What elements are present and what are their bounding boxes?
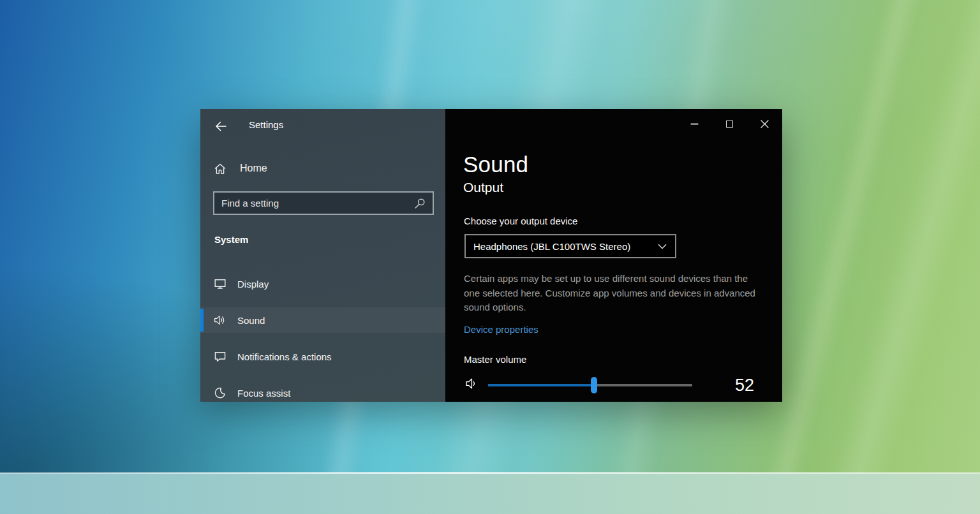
wallpaper-floor xyxy=(0,473,980,514)
sound-settings-pane: Sound Output Choose your output device H… xyxy=(445,109,782,402)
sidebar-item-sound[interactable]: Sound xyxy=(200,307,445,333)
minimize-button[interactable] xyxy=(685,114,704,133)
volume-value: 52 xyxy=(713,376,754,395)
sidebar-item-focus-assist[interactable]: Focus assist xyxy=(200,380,445,402)
sidebar-item-notifications[interactable]: Notifications & actions xyxy=(200,344,445,369)
sidebar: Settings Home xyxy=(200,109,445,402)
output-device-value: Headphones (JBL C100TWS Stereo) xyxy=(473,241,630,252)
search-icon[interactable] xyxy=(414,198,426,209)
page-title: Sound xyxy=(463,152,528,177)
sidebar-item-display[interactable]: Display xyxy=(200,271,445,297)
master-volume-slider[interactable] xyxy=(488,380,692,390)
speaker-icon xyxy=(214,314,226,327)
home-icon xyxy=(214,163,226,175)
close-button[interactable] xyxy=(755,114,775,133)
desktop-wallpaper: Settings Home xyxy=(0,0,980,514)
sidebar-item-home[interactable]: Home xyxy=(200,156,445,180)
window-title: Settings xyxy=(249,119,283,130)
chevron-down-icon xyxy=(658,244,667,249)
output-device-label: Choose your output device xyxy=(464,216,577,226)
volume-speaker-icon[interactable] xyxy=(465,377,480,390)
display-icon xyxy=(214,277,226,290)
sidebar-item-label: Focus assist xyxy=(237,388,290,399)
master-volume-label: Master volume xyxy=(464,354,526,365)
settings-window: Settings Home xyxy=(200,109,782,402)
sidebar-item-label: Home xyxy=(240,163,267,174)
sidebar-item-label: Notifications & actions xyxy=(237,351,332,362)
back-arrow-icon xyxy=(214,121,227,132)
close-icon xyxy=(761,120,769,128)
output-device-dropdown[interactable]: Headphones (JBL C100TWS Stereo) xyxy=(464,234,676,258)
sidebar-section-system: System xyxy=(214,234,248,245)
notification-bubble-icon xyxy=(214,350,226,363)
moon-icon xyxy=(214,386,226,399)
slider-fill xyxy=(488,384,594,386)
output-description: Certain apps may be set up to use differ… xyxy=(464,272,764,315)
sidebar-header: Settings xyxy=(200,117,445,136)
search-box xyxy=(213,191,434,215)
maximize-icon xyxy=(726,121,733,128)
window-controls xyxy=(669,114,775,133)
search-input[interactable] xyxy=(214,193,414,214)
wallpaper-light-streak xyxy=(753,0,980,514)
device-properties-link[interactable]: Device properties xyxy=(464,324,538,335)
maximize-button[interactable] xyxy=(720,114,739,133)
minimize-icon xyxy=(691,124,698,124)
section-heading-output: Output xyxy=(463,180,503,195)
sidebar-item-label: Display xyxy=(237,279,269,290)
sidebar-nav: Display Sound xyxy=(200,271,445,402)
back-button[interactable] xyxy=(212,118,230,135)
sidebar-item-label: Sound xyxy=(237,315,265,326)
slider-thumb[interactable] xyxy=(591,377,597,393)
